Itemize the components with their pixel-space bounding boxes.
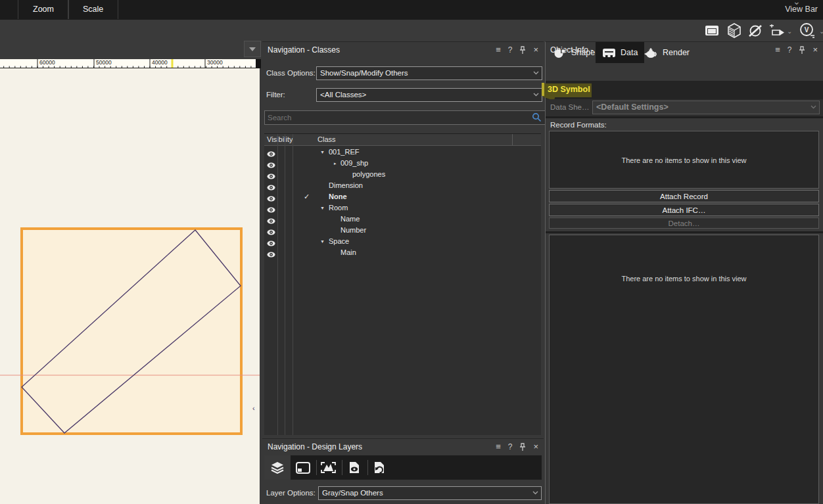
- tree-row[interactable]: ▼Space: [264, 236, 541, 247]
- column-class: Class: [317, 135, 336, 143]
- expander-collapsed-icon[interactable]: ▸: [334, 158, 337, 169]
- visibility-eye-icon[interactable]: [267, 173, 275, 179]
- visibility-eye-icon[interactable]: [267, 252, 275, 258]
- visibility-eye-icon[interactable]: [267, 185, 275, 191]
- menu-icon[interactable]: ≡: [496, 45, 501, 55]
- tree-row[interactable]: Name: [264, 214, 541, 225]
- canvas-drawing: ‹: [0, 68, 260, 504]
- record-formats-list[interactable]: There are no items to show in this view: [549, 131, 819, 189]
- class-tree[interactable]: Visibility Class ▼001_REF▸009_shppolygon…: [264, 133, 541, 435]
- chevron-down-icon: [811, 105, 816, 109]
- drawing-canvas[interactable]: ‹: [0, 68, 260, 504]
- tree-row[interactable]: ▼001_REF: [264, 147, 541, 158]
- visibility-eye-icon[interactable]: [267, 162, 275, 168]
- pin-icon[interactable]: [519, 46, 526, 55]
- classes-panel-header[interactable]: Navigation - Classes ≡ ? ×: [262, 42, 544, 58]
- layer-options-dropdown[interactable]: Gray/Snap Others: [318, 486, 542, 500]
- search-icon[interactable]: [532, 112, 542, 122]
- menu-icon[interactable]: ≡: [496, 442, 501, 452]
- version-badge-icon[interactable]: V: [799, 22, 817, 39]
- tab-zoom[interactable]: Zoom: [18, 0, 69, 19]
- class-name[interactable]: None: [329, 191, 347, 202]
- tab-render[interactable]: Render: [637, 42, 696, 63]
- layer-mode-strip: [264, 455, 542, 480]
- tree-row[interactable]: Number: [264, 225, 541, 236]
- tab-shape-label: Shape: [571, 48, 595, 57]
- tab-shape[interactable]: Shape: [547, 42, 601, 63]
- column-visibility: Visibility: [267, 135, 293, 143]
- help-icon[interactable]: ?: [508, 45, 513, 55]
- hide-eye-icon[interactable]: [747, 24, 763, 38]
- reference-update-icon[interactable]: [373, 461, 386, 474]
- expander-open-icon[interactable]: ▼: [320, 236, 325, 247]
- expander-open-icon[interactable]: ▼: [320, 202, 325, 214]
- ruler-end-cap: [256, 59, 261, 68]
- reference-eye-icon[interactable]: [348, 461, 361, 474]
- tree-row[interactable]: Main: [264, 247, 541, 258]
- expander-open-icon[interactable]: ▼: [320, 147, 325, 158]
- design-layers-panel-header[interactable]: Navigation - Design Layers ≡ ? ×: [262, 439, 544, 455]
- class-name[interactable]: 001_REF: [329, 147, 359, 158]
- visibility-eye-icon[interactable]: [267, 207, 275, 213]
- close-icon[interactable]: ×: [533, 442, 538, 452]
- visibility-eye-icon[interactable]: [267, 151, 275, 157]
- highlight-overflow-sliver: [542, 83, 544, 96]
- svg-text:50000: 50000: [96, 59, 112, 66]
- help-icon[interactable]: ?: [788, 45, 792, 55]
- detach-button: Detach…: [549, 218, 819, 229]
- selected-orange-rectangle[interactable]: [22, 229, 241, 434]
- class-name[interactable]: 009_shp: [341, 158, 368, 169]
- class-name[interactable]: Name: [341, 214, 360, 225]
- insert-symbol-icon[interactable]: [768, 24, 786, 37]
- class-name[interactable]: polygones: [352, 169, 385, 180]
- record-fields-list[interactable]: There are no items to show in this view: [549, 235, 819, 504]
- classes-panel-title: Navigation - Classes: [268, 45, 340, 55]
- panel-icon[interactable]: [705, 25, 719, 36]
- chevron-down-icon[interactable]: ⌄: [819, 28, 823, 35]
- viewport-icon[interactable]: [321, 462, 336, 473]
- class-name[interactable]: Room: [329, 202, 348, 214]
- active-class-check-icon: ✓: [304, 191, 310, 202]
- close-icon[interactable]: ×: [533, 45, 538, 55]
- object-type-label: 3D Symbol: [548, 85, 590, 94]
- chevron-down-icon: [533, 71, 539, 75]
- panel-collapse-arrow-icon[interactable]: ‹: [252, 404, 255, 412]
- layer-options-value: Gray/Snap Others: [322, 489, 383, 497]
- pin-icon[interactable]: [519, 443, 526, 451]
- visibility-eye-icon[interactable]: [267, 218, 275, 224]
- tree-row[interactable]: ▸009_shp: [264, 158, 541, 169]
- class-name[interactable]: Space: [329, 236, 349, 247]
- strip-divider: [342, 460, 342, 475]
- class-name[interactable]: Dimension: [329, 180, 363, 191]
- tab-scale[interactable]: Scale: [68, 0, 118, 19]
- chevron-down-icon: [533, 93, 539, 97]
- chevron-down-icon[interactable]: ⌄: [787, 28, 792, 35]
- class-name[interactable]: Main: [341, 247, 356, 258]
- class-search-input[interactable]: [264, 110, 548, 125]
- tree-row[interactable]: ▼Room: [264, 202, 541, 214]
- design-layer-icon[interactable]: [296, 462, 310, 474]
- class-filter-dropdown[interactable]: <All Classes>: [316, 88, 542, 102]
- attach-ifc-button[interactable]: Attach IFC…: [549, 204, 819, 216]
- class-options-label: Class Options:: [266, 69, 316, 77]
- layers-icon[interactable]: [270, 461, 285, 474]
- view-bar-label: View Bar: [785, 5, 818, 14]
- class-options-dropdown[interactable]: Show/Snap/Modify Others: [316, 66, 542, 80]
- visibility-eye-icon[interactable]: [267, 196, 275, 202]
- stack-cube-icon[interactable]: [727, 23, 741, 39]
- tree-row[interactable]: Dimension: [264, 180, 541, 191]
- pin-icon[interactable]: [799, 46, 805, 55]
- horizontal-ruler: 60000500004000030000: [0, 59, 256, 68]
- class-name[interactable]: Number: [341, 225, 366, 236]
- tree-row[interactable]: polygones: [264, 169, 541, 180]
- section-divider: [546, 231, 823, 233]
- close-icon[interactable]: ×: [812, 45, 818, 55]
- help-icon[interactable]: ?: [508, 442, 513, 452]
- ruler-dropdown-button[interactable]: [244, 41, 261, 57]
- visibility-eye-icon[interactable]: [267, 229, 275, 235]
- menu-icon[interactable]: ≡: [775, 45, 780, 55]
- attach-record-button[interactable]: Attach Record: [549, 190, 819, 202]
- tree-row[interactable]: ✓None: [264, 191, 541, 202]
- visibility-eye-icon[interactable]: [267, 241, 275, 246]
- tree-column-header[interactable]: Visibility Class: [264, 134, 541, 146]
